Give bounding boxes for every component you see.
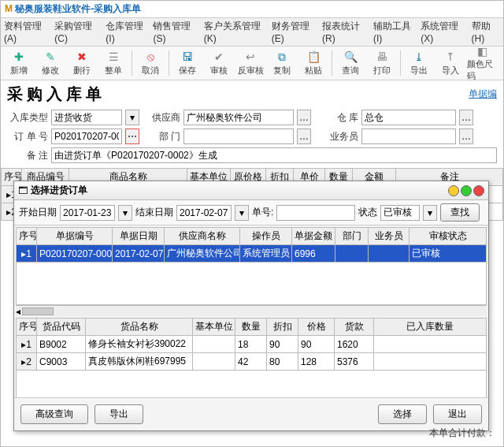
col-header[interactable]: 供应商名称 [165,228,240,245]
emp-input[interactable] [361,129,456,144]
order-input[interactable] [51,129,122,144]
note-input[interactable] [51,147,497,163]
toolbar-打印[interactable]: 🖶打印 [367,49,397,77]
取消-icon: ⦸ [143,50,158,64]
col-header[interactable]: 单据日期 [113,228,165,245]
exit-button[interactable]: 退出 [433,404,482,424]
edit-doc-link[interactable]: 单据编 [469,88,497,101]
menu-item[interactable]: 资料管理(A) [4,20,49,44]
row-marker: ▸ [21,248,26,259]
col-header[interactable]: 货款 [335,318,374,336]
toolbar-导入[interactable]: ⤒导入 [435,49,465,77]
window-title: 秘奥服装鞋业软件-采购入库单 [15,3,141,14]
menu-item[interactable]: 帮助(H) [472,20,500,44]
table-row[interactable]: ▸1B9002修身长袖女衬衫3900221890901620 [17,336,487,353]
toolbar-导出[interactable]: ⤓导出 [404,49,434,77]
orders-grid[interactable]: 序号单据编号单据日期供应商名称操作员单据金额部门业务员审核状态▸1P020170… [16,227,487,263]
col-header[interactable]: 单据编号 [37,228,113,245]
查询-icon: 🔍 [343,50,358,64]
window-titlebar: M 秘奥服装鞋业软件-采购入库单 [1,1,503,18]
toolbar-反审核[interactable]: ↩反审核 [235,49,265,77]
start-date-dropdown[interactable]: ▾ [118,205,132,221]
col-header[interactable]: 基本单位 [193,318,235,336]
col-header[interactable]: 序号 [17,228,37,245]
col-header[interactable]: 价格 [298,318,335,336]
find-button[interactable]: 查找 [440,203,480,222]
col-header[interactable]: 业务员 [369,228,410,245]
col-header[interactable]: 审核状态 [410,228,487,245]
删行-icon: ✖ [75,50,89,64]
col-header[interactable]: 部门 [335,228,369,245]
menu-item[interactable]: 采购管理(C) [54,20,100,44]
col-header[interactable]: 序号 [17,318,37,336]
row-marker: ▸ [21,356,26,367]
supplier-input[interactable] [183,110,294,125]
toolbar-粘贴[interactable]: 📋粘贴 [298,49,328,77]
dialog-titlebar[interactable]: 🗔选择进货订单 [14,181,488,200]
toolbar-保存[interactable]: 🖫保存 [172,49,202,77]
toolbar: ✚新增✎修改✖删行☰整单⦸取消🖫保存✔审核↩反审核⧉复制📋粘贴🔍查询🖶打印⤓导出… [1,47,503,80]
end-date-input[interactable] [176,205,232,221]
menu-item[interactable]: 报表统计(R) [322,20,368,44]
menubar: 资料管理(A)采购管理(C)仓库管理(I)销售管理(S)客户关系管理(K)财务管… [1,18,503,47]
sn-input[interactable] [276,205,355,221]
items-grid[interactable]: 序号货品代码货品名称基本单位数量折扣价格货款已入库数量▸1B9002修身长袖女衬… [16,318,487,371]
col-header[interactable]: 数量 [235,318,267,336]
status-label: 状态 [358,206,377,219]
menu-item[interactable]: 客户关系管理(K) [204,20,266,44]
minimize-icon[interactable] [448,185,459,196]
toolbar-查询[interactable]: 🔍查询 [335,49,365,77]
warehouse-picker[interactable]: … [459,110,473,125]
col-header[interactable]: 操作员 [240,228,292,245]
header-form: 入库类型 ▾ 供应商 … 仓 库 … 订 单 号 ⋯ 部 门 … 业务员 … 备… [1,108,503,168]
sn-label: 单号: [252,206,273,219]
导出-icon: ⤓ [412,50,426,64]
反审核-icon: ↩ [243,50,258,64]
type-input[interactable] [51,110,122,125]
toolbar-整单[interactable]: ☰整单 [98,49,128,77]
hscrollbar-top[interactable]: ◂ [16,305,487,316]
supplier-picker[interactable]: … [297,110,311,125]
table-row[interactable]: ▸1P020170207-00022017-02-07广州秘奥软件公司系统管理员… [17,245,487,263]
toolbar-修改[interactable]: ✎修改 [35,49,65,77]
type-dropdown[interactable]: ▾ [125,110,139,125]
新增-icon: ✚ [12,50,26,64]
col-header[interactable]: 货品代码 [37,318,86,336]
advanced-query-button[interactable]: 高级查询 [20,404,88,424]
col-header[interactable]: 已入库数量 [374,318,487,336]
warehouse-input[interactable] [361,110,456,125]
menu-item[interactable]: 仓库管理(I) [106,20,147,44]
select-button[interactable]: 选择 [378,404,427,424]
export-button[interactable]: 导出 [94,404,143,424]
status-dropdown[interactable]: ▾ [423,205,437,221]
toolbar-新增[interactable]: ✚新增 [4,49,34,77]
col-header[interactable]: 折扣 [267,318,298,336]
start-date-input[interactable] [60,205,115,221]
dept-picker[interactable]: … [297,129,311,144]
end-date-dropdown[interactable]: ▾ [235,205,249,221]
toolbar-删行[interactable]: ✖删行 [67,49,97,77]
toolbar-颜色尺码[interactable]: ◧颜色尺码 [467,49,497,77]
table-row[interactable]: ▸2C9003真皮韩版休闲鞋69799542801285376 [17,353,487,371]
status-input[interactable] [380,205,420,221]
保存-icon: 🖫 [180,50,195,64]
menu-item[interactable]: 辅助工具(I) [373,20,415,44]
col-header[interactable]: 货品名称 [86,318,193,336]
颜色尺码-icon: ◧ [475,45,489,58]
toolbar-审核[interactable]: ✔审核 [204,49,234,77]
emp-label: 业务员 [314,130,358,143]
toolbar-取消[interactable]: ⦸取消 [135,49,165,77]
col-header[interactable]: 单据金额 [292,228,335,245]
emp-picker[interactable]: … [459,129,473,144]
整单-icon: ☰ [106,50,120,64]
导入-icon: ⤒ [443,50,458,64]
menu-item[interactable]: 系统管理(X) [421,20,465,44]
menu-item[interactable]: 销售管理(S) [153,20,198,44]
close-icon[interactable] [473,185,484,196]
order-picker[interactable]: ⋯ [125,129,139,144]
supplier-label: 供应商 [143,111,180,125]
dept-input[interactable] [183,129,294,144]
maximize-icon[interactable] [461,185,472,196]
menu-item[interactable]: 财务管理(E) [272,20,317,44]
toolbar-复制[interactable]: ⧉复制 [267,49,297,77]
